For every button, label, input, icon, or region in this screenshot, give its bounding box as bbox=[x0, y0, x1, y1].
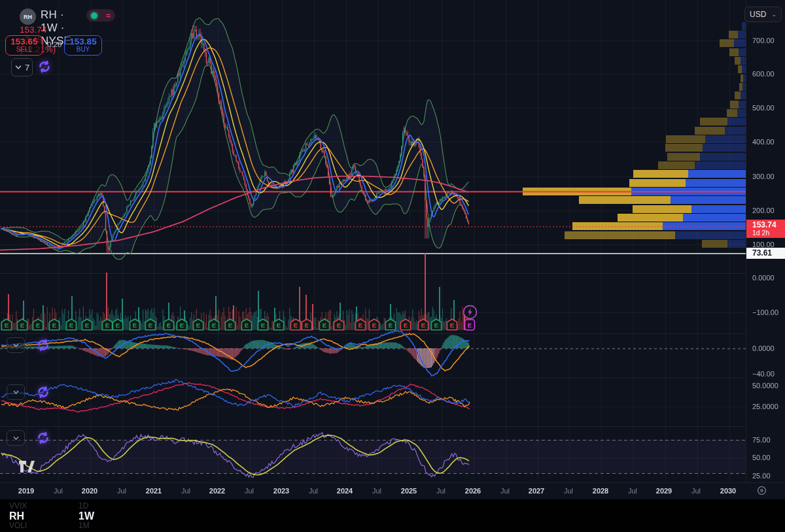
earnings-badge[interactable]: E bbox=[464, 318, 476, 331]
symbol-picker[interactable]: VVIXRHVOLI bbox=[9, 499, 27, 532]
earnings-badge[interactable]: E bbox=[112, 318, 124, 331]
earnings-badge[interactable]: E bbox=[257, 318, 269, 331]
earnings-badge[interactable]: E bbox=[417, 318, 429, 331]
sell-button[interactable]: 153.65 SELL bbox=[5, 35, 43, 56]
buy-button[interactable]: 153.85 BUY bbox=[64, 35, 102, 56]
earnings-badge[interactable]: E bbox=[224, 318, 236, 331]
chart-canvas[interactable] bbox=[0, 0, 746, 482]
svg-text:E: E bbox=[116, 322, 120, 329]
earnings-badge[interactable]: E bbox=[368, 318, 380, 331]
earnings-badge[interactable]: E bbox=[192, 318, 204, 331]
price-axis-label: 0.0000 bbox=[752, 344, 775, 352]
price-axis-label: 700.00 bbox=[752, 37, 775, 44]
earnings-badge[interactable]: E bbox=[32, 318, 44, 331]
symbol-avatar[interactable]: RH bbox=[20, 8, 36, 25]
time-axis-label: 2019 bbox=[18, 487, 34, 495]
price-axis-label: 200.00 bbox=[752, 207, 775, 214]
time-axis-label: Jul bbox=[628, 487, 637, 495]
earnings-badge[interactable]: E bbox=[81, 318, 93, 331]
svg-text:E: E bbox=[434, 322, 438, 329]
currency-label: USD bbox=[750, 10, 766, 19]
interval-picker-item[interactable]: 1W bbox=[78, 510, 94, 522]
svg-text:E: E bbox=[450, 322, 454, 329]
earnings-badge[interactable]: E bbox=[145, 318, 156, 331]
price-axis-label: 100.00 bbox=[752, 241, 775, 248]
earnings-badge[interactable]: E bbox=[385, 318, 396, 331]
earnings-badge[interactable]: E bbox=[48, 318, 60, 331]
price-axis-label: −40.00 bbox=[752, 370, 775, 378]
flash-event-icon[interactable] bbox=[462, 305, 478, 320]
refresh-icon[interactable] bbox=[36, 385, 50, 399]
currency-selector[interactable]: USD ⌄ bbox=[744, 7, 782, 22]
refresh-icon[interactable] bbox=[36, 431, 50, 445]
symbol-picker-item[interactable]: RH bbox=[9, 510, 27, 522]
svg-text:E: E bbox=[404, 322, 408, 329]
time-axis-label: Jul bbox=[309, 487, 318, 495]
symbol-picker-item[interactable]: VOLI bbox=[9, 522, 27, 530]
indicator-collapse-button[interactable]: 7 bbox=[11, 58, 33, 76]
last-price-badge: 153.74 1d 2h bbox=[746, 220, 785, 238]
axis-settings-icon[interactable] bbox=[756, 485, 767, 496]
low-line-badge: 73.61 bbox=[746, 248, 785, 259]
price-axis[interactable]: 153.74 1d 2h 73.61 700.00600.00500.00400… bbox=[746, 0, 785, 482]
chevron-down-icon bbox=[12, 435, 20, 442]
earnings-badge[interactable]: E bbox=[176, 318, 188, 331]
earnings-badge[interactable]: E bbox=[400, 318, 411, 331]
svg-text:E: E bbox=[323, 322, 326, 329]
interval-picker-item[interactable]: 1D bbox=[78, 502, 94, 510]
svg-text:E: E bbox=[36, 322, 40, 329]
svg-text:E: E bbox=[212, 322, 216, 329]
earnings-badge[interactable]: E bbox=[290, 318, 302, 331]
price-axis-label: 600.00 bbox=[752, 70, 775, 78]
time-axis-label: Jul bbox=[564, 487, 573, 495]
svg-text:E: E bbox=[245, 322, 249, 329]
earnings-badge[interactable]: E bbox=[333, 318, 345, 331]
symbol-picker-item[interactable]: VVIX bbox=[9, 502, 27, 510]
price-axis-label: −100.00 bbox=[752, 308, 778, 316]
pane-collapse-button[interactable] bbox=[7, 337, 25, 353]
time-axis-label: Jul bbox=[245, 487, 254, 495]
indicator-count: 7 bbox=[25, 63, 29, 73]
price-axis-label: 500.00 bbox=[752, 104, 775, 112]
earnings-badge[interactable]: E bbox=[163, 318, 175, 331]
earnings-badge[interactable]: E bbox=[273, 318, 285, 331]
pane-collapse-button[interactable] bbox=[7, 430, 25, 446]
time-axis[interactable]: 2019Jul2020Jul2021Jul2022Jul2023Jul2024J… bbox=[0, 482, 785, 500]
time-axis-label: 2028 bbox=[593, 487, 608, 495]
market-status-toggle[interactable]: ≈ bbox=[86, 9, 115, 22]
earnings-badge[interactable]: E bbox=[301, 318, 313, 331]
svg-text:E: E bbox=[20, 322, 24, 329]
price-axis-label: 25.0000 bbox=[752, 403, 778, 410]
bar-countdown: 1d 2h bbox=[752, 229, 785, 237]
earnings-badge[interactable]: E bbox=[16, 318, 28, 331]
chevron-down-icon: ⌄ bbox=[771, 11, 776, 18]
svg-text:E: E bbox=[133, 322, 137, 329]
svg-text:E: E bbox=[5, 322, 9, 329]
svg-text:E: E bbox=[261, 322, 265, 329]
earnings-badge[interactable]: E bbox=[241, 318, 253, 331]
time-axis-label: 2022 bbox=[209, 487, 225, 495]
interval-picker-item[interactable]: 1M bbox=[78, 522, 94, 530]
refresh-icon[interactable] bbox=[36, 338, 50, 352]
earnings-badge[interactable]: E bbox=[208, 318, 220, 331]
svg-text:E: E bbox=[148, 322, 152, 329]
price-axis-label: 300.00 bbox=[752, 173, 775, 180]
earnings-badge[interactable]: E bbox=[65, 318, 77, 331]
svg-text:E: E bbox=[358, 322, 362, 329]
earnings-badge[interactable]: E bbox=[430, 318, 442, 331]
earnings-badge[interactable]: E bbox=[1, 318, 12, 331]
earnings-badge[interactable]: E bbox=[319, 318, 330, 331]
price-axis-label: 25.00 bbox=[752, 472, 771, 480]
earnings-badge[interactable]: E bbox=[129, 318, 141, 331]
interval-picker[interactable]: 1D1W1M bbox=[78, 499, 94, 532]
earnings-badge[interactable]: E bbox=[355, 318, 366, 331]
svg-text:E: E bbox=[85, 322, 89, 329]
time-axis-label: 2024 bbox=[337, 487, 353, 495]
earnings-badge[interactable]: E bbox=[446, 318, 458, 331]
refresh-icon[interactable] bbox=[37, 59, 52, 74]
time-axis-label: 2029 bbox=[656, 487, 672, 495]
svg-text:E: E bbox=[105, 322, 109, 329]
svg-text:E: E bbox=[305, 322, 309, 329]
time-axis-label: 2025 bbox=[401, 487, 417, 495]
pane-collapse-button[interactable] bbox=[7, 384, 25, 400]
